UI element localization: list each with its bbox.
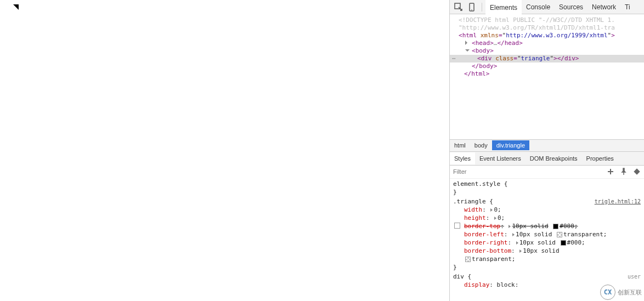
prop-width[interactable]: width: 0;	[453, 206, 641, 214]
color-swatch[interactable]	[557, 232, 562, 237]
crumb-body[interactable]: body	[470, 140, 492, 150]
tab-sources[interactable]: Sources	[555, 0, 587, 14]
crumb-div-triangle[interactable]: div.triangle	[492, 140, 529, 150]
user-agent-label: user	[628, 272, 641, 281]
svg-rect-3	[634, 168, 640, 174]
rule-triangle[interactable]: .triangle { trigle.html:12 width: 0; hei…	[453, 197, 641, 271]
page-content	[0, 0, 450, 301]
device-icon[interactable]	[465, 1, 478, 14]
prop-border-left[interactable]: border-left: 10px solid transparent;	[453, 230, 641, 238]
stab-dom-breakpoints[interactable]: DOM Breakpoints	[526, 152, 582, 164]
styles-filter-input[interactable]	[453, 168, 607, 175]
devtools-panel: Elements Console Sources Network Ti <!DO…	[450, 0, 644, 301]
rule-element-style[interactable]: element.style { }	[453, 180, 641, 196]
color-swatch[interactable]	[553, 224, 558, 229]
prop-border-top[interactable]: border-top: 10px solid #000;	[453, 222, 641, 230]
prop-border-bottom[interactable]: border-bottom: 10px solid	[453, 247, 641, 255]
toolbar-separator	[482, 3, 482, 12]
stab-styles[interactable]: Styles	[450, 152, 475, 164]
pin-icon[interactable]	[620, 168, 628, 175]
inspect-icon[interactable]	[452, 1, 465, 14]
tab-timeline[interactable]: Ti	[620, 0, 635, 14]
stab-event-listeners[interactable]: Event Listeners	[475, 152, 526, 164]
stab-properties[interactable]: Properties	[582, 152, 618, 164]
dom-tree[interactable]: <!DOCTYPE html PUBLIC "-//W3C//DTD XHTML…	[450, 14, 644, 139]
styles-body[interactable]: element.style { } .triangle { trigle.htm…	[450, 179, 644, 302]
dom-div-triangle[interactable]: <div class="triangle"></div>	[450, 55, 644, 63]
prop-border-right[interactable]: border-right: 10px solid #000;	[453, 238, 641, 247]
tab-network[interactable]: Network	[587, 0, 620, 14]
close-brace: }	[453, 263, 641, 271]
dom-body-open[interactable]: <body>	[450, 47, 644, 55]
color-swatch[interactable]	[465, 257, 471, 262]
selector-div: div {	[453, 272, 471, 281]
rendered-triangle	[8, 4, 19, 10]
prop-height[interactable]: height: 0;	[453, 214, 641, 222]
crumb-html[interactable]: html	[450, 140, 470, 150]
close-brace: }	[453, 188, 641, 196]
breadcrumb: html body div.triangle	[450, 139, 644, 151]
tab-console[interactable]: Console	[522, 0, 555, 14]
toggle-checkbox[interactable]	[454, 223, 460, 229]
svg-point-2	[471, 9, 472, 10]
selector-element-style: element.style {	[453, 180, 641, 188]
dom-doctype-cont[interactable]: "http://www.w3.org/TR/xhtml1/DTD/xhtml1-…	[450, 24, 644, 32]
dom-doctype[interactable]: <!DOCTYPE html PUBLIC "-//W3C//DTD XHTML…	[450, 16, 644, 24]
devtools-toolbar: Elements Console Sources Network Ti	[450, 0, 644, 14]
watermark-text: 创新互联	[618, 288, 642, 297]
tab-elements[interactable]: Elements	[485, 0, 522, 14]
dom-html-open[interactable]: <html xmlns="http://www.w3.org/1999/xhtm…	[450, 32, 644, 39]
watermark-logo-icon: CX	[600, 285, 615, 300]
dom-body-close[interactable]: </body>	[450, 63, 644, 70]
styles-tabs: Styles Event Listeners DOM Breakpoints P…	[450, 151, 644, 166]
styles-filter-row	[450, 166, 644, 179]
dom-html-close[interactable]: </html>	[450, 70, 644, 78]
add-rule-icon[interactable]	[607, 168, 614, 175]
watermark: CX 创新互联	[600, 285, 642, 300]
dom-head[interactable]: <head>…</head>	[450, 39, 644, 47]
toggle-state-icon[interactable]	[633, 168, 641, 175]
selector-triangle: .triangle {	[453, 197, 493, 206]
prop-continuation[interactable]: transparent;	[453, 255, 641, 263]
source-link[interactable]: trigle.html:12	[595, 197, 641, 206]
color-swatch[interactable]	[561, 240, 566, 246]
